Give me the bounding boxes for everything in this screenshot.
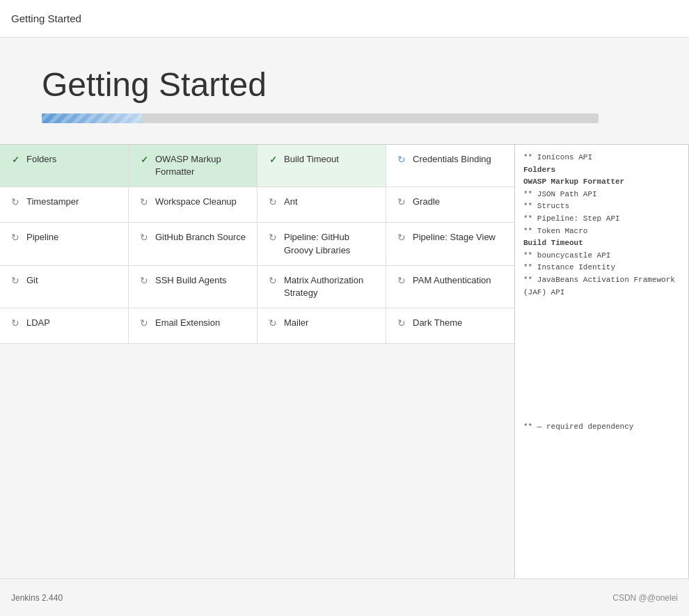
log-line: ** — required dependency — [523, 421, 680, 434]
spinner-icon: ↻ — [396, 317, 407, 329]
table-row: ✓Folders✓OWASP Markup Formatter✓Build Ti… — [0, 145, 514, 187]
top-bar: Getting Started — [0, 0, 689, 38]
table-row: ↻Git↻SSH Build Agents↻Matrix Authorizati… — [0, 266, 514, 308]
plugin-name: Email Extension — [155, 317, 220, 329]
log-line — [523, 409, 680, 421]
check-icon: ✓ — [267, 154, 278, 165]
log-line: ** Pipeline: Step API — [523, 213, 680, 226]
plugin-area: ✓Folders✓OWASP Markup Formatter✓Build Ti… — [0, 144, 689, 578]
plugin-cell[interactable]: ↻Git — [0, 266, 129, 308]
plugin-name: Mailer — [284, 317, 308, 329]
plugin-name: GitHub Branch Source — [155, 231, 246, 244]
plugin-cell[interactable]: ↻Pipeline: GitHub Groovy Libraries — [258, 223, 386, 264]
log-line: ** bouncycastle API — [523, 250, 680, 262]
log-line: ** Instance Identity — [523, 262, 680, 274]
plugin-cell[interactable]: ↻Pipeline: Stage View — [386, 223, 514, 264]
check-icon: ✓ — [10, 154, 21, 165]
plugin-cell[interactable]: ↻Workspace Cleanup — [129, 187, 258, 222]
plugin-cell[interactable]: ↻SSH Build Agents — [129, 266, 258, 308]
spinner-icon: ↻ — [10, 196, 21, 207]
page-title: Getting Started — [42, 65, 647, 104]
spinner-icon: ↻ — [138, 317, 150, 329]
plugin-cell[interactable]: ↻Gradle — [386, 187, 514, 222]
log-line: Build Timeout — [523, 237, 680, 250]
plugin-cell[interactable]: ↻Mailer — [258, 308, 386, 343]
plugin-name: Matrix Authorization Strategy — [284, 274, 376, 299]
log-line: Folders — [523, 164, 680, 177]
log-line: ** Structs — [523, 200, 680, 213]
plugin-name: Gradle — [413, 196, 440, 208]
log-line — [523, 323, 680, 335]
log-line — [523, 311, 680, 324]
table-row: ↻Timestamper↻Workspace Cleanup↻Ant↻Gradl… — [0, 187, 514, 223]
plugin-name: Pipeline — [26, 231, 58, 244]
plugin-cell[interactable]: ↻Credentials Binding — [386, 145, 514, 187]
check-icon: ✓ — [138, 154, 150, 165]
progress-bar-fill — [42, 113, 142, 123]
plugin-name: Folders — [26, 153, 56, 166]
plugin-name: LDAP — [26, 317, 50, 329]
page-header: Getting Started — [0, 38, 689, 144]
spinner-icon: ↻ — [138, 196, 150, 207]
spinner-icon: ↻ — [267, 196, 278, 207]
spinner-icon: ↻ — [10, 232, 21, 243]
log-line — [523, 299, 680, 311]
spinner-icon: ↻ — [10, 317, 21, 329]
spinner-icon: ↻ — [10, 275, 21, 286]
plugin-name: Pipeline: Stage View — [413, 231, 496, 244]
progress-bar-container — [42, 113, 599, 123]
spinner-icon: ↻ — [267, 317, 278, 329]
log-line: OWASP Markup Formatter — [523, 176, 680, 189]
table-row: ↻LDAP↻Email Extension↻Mailer↻Dark Theme — [0, 308, 514, 344]
version-label: Jenkins 2.440 — [11, 593, 63, 603]
plugin-cell[interactable]: ✓Folders — [0, 145, 129, 187]
plugin-name: Git — [26, 274, 38, 287]
log-line — [523, 348, 680, 361]
spinner-icon: ↻ — [396, 275, 407, 286]
plugin-cell[interactable]: ↻Timestamper — [0, 187, 129, 222]
log-line: ** Ionicons API — [523, 152, 680, 164]
plugin-table: ✓Folders✓OWASP Markup Formatter✓Build Ti… — [0, 144, 515, 578]
main-content: Getting Started ✓Folders✓OWASP Markup Fo… — [0, 38, 689, 578]
spinner-icon: ↻ — [396, 154, 407, 165]
log-line: ** JSON Path API — [523, 189, 680, 201]
plugin-name: Timestamper — [26, 196, 79, 208]
plugin-name: Build Timeout — [284, 153, 339, 166]
spinner-icon: ↻ — [267, 232, 278, 243]
table-row: ↻Pipeline↻GitHub Branch Source↻Pipeline:… — [0, 223, 514, 265]
bottom-bar: Jenkins 2.440 CSDN @@onelei — [0, 578, 689, 616]
log-line — [523, 372, 680, 385]
spinner-icon: ↻ — [138, 275, 150, 286]
plugin-name: Workspace Cleanup — [155, 196, 237, 208]
watermark-label: CSDN @@onelei — [612, 593, 678, 603]
spinner-icon: ↻ — [138, 232, 150, 243]
spinner-icon: ↻ — [396, 232, 407, 243]
log-line: ** Token Macro — [523, 226, 680, 238]
spinner-icon: ↻ — [396, 196, 407, 207]
plugin-name: PAM Authentication — [413, 274, 491, 287]
plugin-cell[interactable]: ↻GitHub Branch Source — [129, 223, 258, 264]
plugin-name: Credentials Binding — [413, 153, 491, 166]
plugin-name: Ant — [284, 196, 298, 208]
log-line — [523, 384, 680, 397]
plugin-cell[interactable]: ✓Build Timeout — [258, 145, 386, 187]
plugin-name: OWASP Markup Formatter — [155, 153, 247, 178]
plugin-name: SSH Build Agents — [155, 274, 227, 287]
plugin-cell[interactable]: ↻Pipeline — [0, 223, 129, 264]
plugin-cell[interactable]: ↻Ant — [258, 187, 386, 222]
plugin-cell[interactable]: ↻Dark Theme — [386, 308, 514, 343]
log-line — [523, 397, 680, 409]
log-line — [523, 360, 680, 372]
plugin-name: Dark Theme — [413, 317, 462, 329]
plugin-name: Pipeline: GitHub Groovy Libraries — [284, 231, 376, 256]
right-panel: ** Ionicons APIFoldersOWASP Markup Forma… — [515, 144, 689, 578]
log-line — [523, 335, 680, 348]
plugin-cell[interactable]: ↻PAM Authentication — [386, 266, 514, 308]
log-line: ** JavaBeans Activation Framework (JAF) … — [523, 274, 680, 299]
plugin-cell[interactable]: ↻LDAP — [0, 308, 129, 343]
spinner-icon: ↻ — [267, 275, 278, 286]
plugin-cell[interactable]: ✓OWASP Markup Formatter — [129, 145, 258, 187]
top-bar-title: Getting Started — [11, 13, 81, 24]
plugin-cell[interactable]: ↻Email Extension — [129, 308, 258, 343]
plugin-cell[interactable]: ↻Matrix Authorization Strategy — [258, 266, 386, 308]
